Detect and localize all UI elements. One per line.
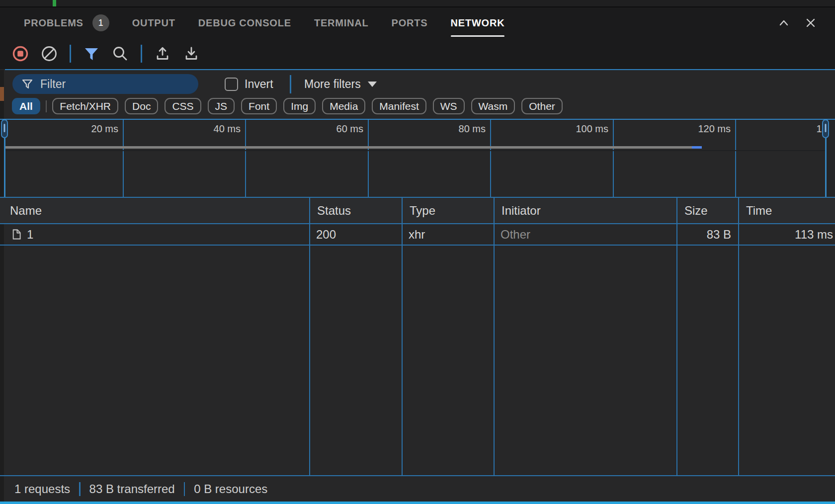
more-filters-button[interactable]: More filters — [304, 71, 377, 97]
panel-bottom-accent — [0, 502, 835, 504]
funnel-filter-icon — [83, 45, 100, 63]
column-divider — [676, 224, 677, 475]
funnel-outline-icon — [20, 77, 34, 91]
invert-checkbox[interactable] — [225, 78, 238, 91]
column-header-label: Size — [684, 204, 708, 218]
type-filter-pill-all[interactable]: All — [12, 98, 40, 114]
editor-code-sliver: 20 // const yourMMKVStorage = new MMKV()… — [0, 0, 835, 7]
tab-label: PROBLEMS — [24, 17, 84, 29]
type-filter-pill-media[interactable]: Media — [322, 98, 365, 114]
timeline-gridline — [613, 120, 614, 197]
clear-icon — [40, 45, 58, 63]
column-divider — [738, 224, 739, 475]
tab-terminal[interactable]: TERMINAL — [314, 7, 369, 38]
tab-ports[interactable]: PORTS — [392, 7, 428, 38]
tab-label: PORTS — [392, 17, 428, 29]
panel-top-border — [5, 69, 835, 70]
filter-toggle-button[interactable] — [82, 44, 101, 63]
panel-tab-bar: PROBLEMS1OUTPUTDEBUG CONSOLETERMINALPORT… — [0, 7, 835, 38]
editor-code-line: 20 // const yourMMKVStorage = new MMKV()… — [0, 0, 36, 6]
column-header-label: Type — [410, 204, 435, 218]
toolbar-separator — [70, 45, 71, 63]
timeline-tick-label: 120 ms — [698, 123, 731, 135]
timeline-tick-label: 100 ms — [576, 123, 608, 135]
import-har-button[interactable] — [153, 44, 172, 63]
tab-output[interactable]: OUTPUT — [132, 7, 175, 38]
column-header-status[interactable]: Status — [309, 198, 402, 223]
summary-separator — [184, 482, 185, 496]
timeline-gridline — [490, 120, 491, 197]
type-filter-pill-other[interactable]: Other — [521, 98, 563, 114]
summary-item: 0 B resources — [194, 482, 267, 496]
export-har-button[interactable] — [182, 44, 201, 63]
close-icon — [804, 16, 817, 29]
close-panel-button[interactable] — [804, 16, 817, 29]
filter-separator — [290, 75, 291, 93]
timeline-left-handle[interactable] — [1, 119, 8, 138]
cell-initiator: Other — [494, 224, 676, 245]
tab-label: DEBUG CONSOLE — [198, 17, 291, 29]
type-filter-pill-css[interactable]: CSS — [165, 98, 201, 114]
column-divider — [309, 224, 310, 475]
type-filter-pill-wasm[interactable]: Wasm — [471, 98, 515, 114]
tab-label: NETWORK — [451, 17, 505, 29]
search-network-button[interactable] — [111, 44, 130, 63]
column-header-label: Time — [746, 204, 772, 218]
document-icon — [10, 228, 22, 241]
clear-network-log-button[interactable] — [40, 44, 59, 63]
column-header-time[interactable]: Time — [738, 198, 835, 223]
tab-problems[interactable]: PROBLEMS1 — [24, 7, 109, 38]
column-header-initiator[interactable]: Initiator — [494, 198, 676, 223]
timeline-gridline — [245, 120, 246, 197]
cell-value: 113 ms — [795, 228, 833, 242]
type-filter-pill-ws[interactable]: WS — [433, 98, 465, 114]
column-header-type[interactable]: Type — [402, 198, 494, 223]
type-filter-pill-js[interactable]: JS — [208, 98, 235, 114]
timeline-gridline — [123, 120, 124, 197]
request-waterfall-bar — [4, 146, 692, 149]
timeline-gridline — [735, 120, 736, 197]
type-filter-pill-fetch-xhr[interactable]: Fetch/XHR — [52, 98, 118, 114]
column-divider — [402, 224, 403, 475]
column-header-name[interactable]: Name — [0, 198, 309, 223]
cell-value: 83 B — [707, 228, 731, 242]
filter-input[interactable] — [39, 77, 193, 91]
problems-count-badge: 1 — [92, 14, 109, 31]
tab-debug-console[interactable]: DEBUG CONSOLE — [198, 7, 291, 38]
resource-type-filters: AllFetch/XHRDocCSSJSFontImgMediaManifest… — [12, 98, 563, 114]
type-filter-pill-img[interactable]: Img — [283, 98, 316, 114]
network-summary-bar: 1 requests83 B transferred0 B resources — [0, 476, 835, 502]
cell-time: 113 ms — [738, 224, 835, 245]
tab-network[interactable]: NETWORK — [451, 7, 505, 38]
search-icon — [111, 45, 129, 63]
cell-status: 200 — [309, 224, 402, 245]
cell-name: 1 — [0, 224, 309, 245]
cell-value: xhr — [409, 228, 425, 242]
request-row[interactable]: 1200xhrOther83 B113 ms — [0, 224, 835, 246]
timeline-gridline — [368, 120, 369, 197]
column-header-label: Name — [10, 204, 42, 218]
chevron-up-icon — [777, 16, 790, 29]
type-filter-pill-font[interactable]: Font — [241, 98, 277, 114]
timeline-tick-label: 20 ms — [91, 123, 118, 135]
git-modified-gutter — [53, 0, 56, 6]
record-network-log-button[interactable] — [11, 44, 30, 63]
record-stop-icon — [11, 45, 29, 63]
column-header-size[interactable]: Size — [676, 198, 738, 223]
more-filters-label: More filters — [304, 78, 361, 91]
vscode-network-panel: 20 // const yourMMKVStorage = new MMKV()… — [0, 0, 835, 504]
invert-label[interactable]: Invert — [245, 71, 273, 97]
cell-value: Other — [501, 228, 530, 242]
editor-scroll-marker — [0, 87, 4, 101]
maximize-panel-button[interactable] — [777, 16, 790, 29]
type-filter-pill-manifest[interactable]: Manifest — [372, 98, 426, 114]
panel-actions — [777, 7, 817, 38]
tab-label: TERMINAL — [314, 17, 369, 29]
timeline-right-handle[interactable] — [822, 119, 829, 138]
network-toolbar — [0, 38, 835, 69]
type-filter-pill-doc[interactable]: Doc — [125, 98, 158, 114]
timeline-tick-label: 60 ms — [336, 123, 363, 135]
overview-timeline: 20 ms40 ms60 ms80 ms100 ms120 ms140 ms — [0, 119, 835, 198]
summary-item: 83 B transferred — [89, 482, 175, 496]
column-header-label: Initiator — [501, 204, 541, 218]
